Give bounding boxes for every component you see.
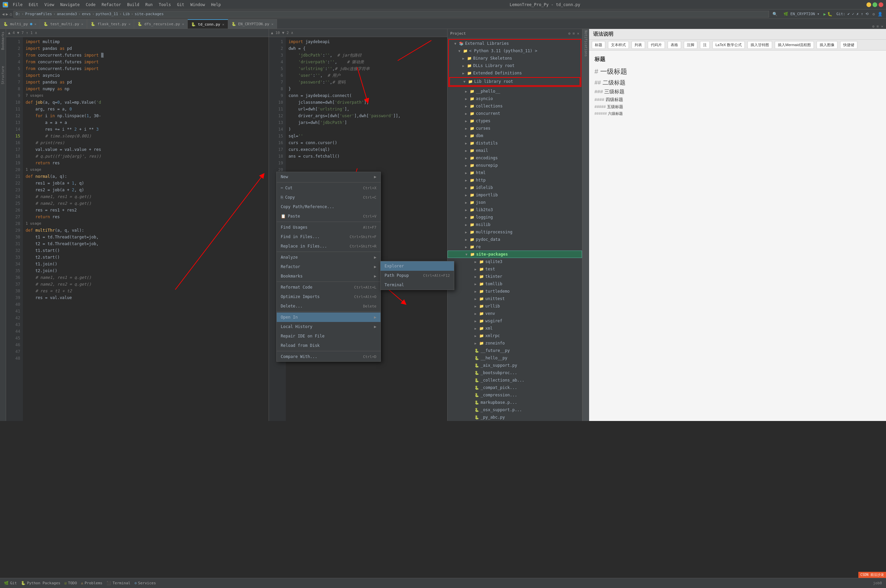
md-btn-title[interactable]: 标题 [592,41,605,49]
tab-close-multi-py[interactable]: ✕ [35,22,36,26]
tab-flask-test[interactable]: 🐍 flask_test.py ✕ [87,19,134,28]
tree-item-hello-py[interactable]: 🐍__hello__py [448,354,582,362]
tree-item-xml[interactable]: ▶📁xml [448,325,582,332]
tree-item-tkinter[interactable]: ▶📁tkinter [448,273,582,280]
ctx-cut[interactable]: ✂Cut Ctrl+X [277,183,381,193]
md-btn-footnote[interactable]: 注脚 [684,41,697,49]
ctx-find-in-files[interactable]: Find in Files... Ctrl+Shift+F [277,232,381,242]
tree-item-test[interactable]: ▶📁test [448,266,582,273]
ctx-find-usages[interactable]: Find Usages Alt+F7 [277,223,381,232]
tree-item-importlib[interactable]: ▶📁importlib [448,191,582,199]
tree-item-unittest[interactable]: ▶📁unittest [448,295,582,302]
ctx-copy-path[interactable]: Copy Path/Reference... [277,202,381,212]
tree-item-wsgiref[interactable]: ▶📁wsgiref [448,317,582,325]
tree-item-markupbase[interactable]: 🐍markupbase.p... [448,399,582,406]
services-bar[interactable]: ⚙ Services [134,581,156,585]
menu-navigate[interactable]: Navigate [58,2,83,8]
tree-item-site-packages[interactable]: ▼📁site-packages [448,250,582,258]
menu-window[interactable]: Window [188,2,208,8]
tree-item-json[interactable]: ▶📁json [448,199,582,206]
menu-edit[interactable]: Edit [26,2,41,8]
notifications-label[interactable]: Notifications [584,30,588,57]
tree-item-lib-root[interactable]: ▼ 📁 Lib library root [450,78,580,85]
md-btn-code[interactable]: 代码片 [648,41,665,49]
tab-close-dfs-recursive[interactable]: ✕ [182,22,184,26]
todo-bar[interactable]: ☑ TODO [65,581,77,585]
md-btn-note[interactable]: 注 [700,41,710,49]
tree-item-http[interactable]: ▶📁http [448,177,582,184]
tree-item-bootsubproc[interactable]: 🐍_bootsubproc... [448,369,582,376]
tree-item-asyncio[interactable]: ▶📁asyncio [448,95,582,102]
tree-item-html[interactable]: ▶📁html [448,169,582,177]
tree-item-osx-support[interactable]: 🐍_osx_support.p... [448,406,582,414]
tree-item-py-abc[interactable]: 🐍_py_abc.py [448,414,582,421]
bookmarks-label[interactable]: Bookmarks [1,30,5,51]
menu-file[interactable]: File [10,2,25,8]
tab-close-test-multi[interactable]: ✕ [81,22,83,26]
git-status-bar[interactable]: 🌿 Git [4,581,17,585]
md-btn-list[interactable]: 列表 [632,41,645,49]
tree-item-urllib[interactable]: ▶📁urllib [448,302,582,310]
tree-item-multiprocessing[interactable]: ▶📁multiprocessing [448,228,582,236]
left-code-area[interactable]: 12345 678910 11121314 151617 1819202122 … [6,37,269,421]
tree-item-dbm[interactable]: ▶📁dbm [448,132,582,140]
ctx-copy[interactable]: ⎘Copy Ctrl+C [277,193,381,202]
path-bar[interactable]: D: › ProgramFiles › anaconda3 › envs › p… [14,11,769,18]
md-btn-table[interactable]: 表格 [668,41,681,49]
md-btn-image[interactable]: 插入图像 [817,41,838,49]
tree-item-compression[interactable]: 🐍_compression... [448,392,582,399]
tree-item-msilib[interactable]: ▶📁msilib [448,221,582,228]
menu-git[interactable]: Git [174,2,187,8]
tree-item-xmlrpc[interactable]: ▶📁xmlrpc [448,332,582,339]
tab-close-en-cryption[interactable]: ✕ [271,22,273,26]
nav-search[interactable]: 🔍 [770,11,779,17]
tree-item-zoneinfo[interactable]: ▶📁zoneinfo [448,339,582,347]
python-packages-bar[interactable]: 🐍 Python Packages [21,581,60,585]
file-tree[interactable]: ▼ 📚 External Libraries ▼ 📁 < Python 3.11… [448,38,582,421]
menu-code[interactable]: Code [83,2,98,8]
tree-item-curses[interactable]: ▶📁curses [448,124,582,132]
tree-item-idlelib[interactable]: ▶📁idlelib [448,184,582,191]
ctx-new[interactable]: New ▶ [277,172,381,182]
ctx-delete[interactable]: Delete... Delete [277,302,381,311]
panel-controls[interactable]: ⚙ ≡ ✕ [872,24,883,28]
ctx-bookmarks[interactable]: Bookmarks ▶ [277,272,381,281]
tree-item-email[interactable]: ▶📁email [448,147,582,154]
run-button[interactable]: ▶ [823,12,826,16]
tree-item-binary-skeletons[interactable]: ▶ 📁 Binary Skeletons [449,54,581,62]
nav-profile[interactable]: 👤 [876,12,884,16]
ctx-paste[interactable]: 📋Paste Ctrl+V [277,212,381,221]
nav-forward[interactable]: ▶ [6,12,8,16]
tab-en-cryption[interactable]: 🐍 EN_CRYPTION.py ✕ [228,19,277,28]
ctx-local-history[interactable]: Local History ▶ [277,322,381,332]
md-btn-gantt[interactable]: 插入甘特图 [748,41,772,49]
problems-bar[interactable]: ⚠ Problems [81,581,102,585]
md-btn-latex[interactable]: LaTeX 数学公式 [712,41,745,49]
tree-item-turtledemo[interactable]: ▶📁turtledemo [448,288,582,295]
tree-item-aix-support[interactable]: 🐍_aix_support.py [448,362,582,369]
minimize-button[interactable] [866,2,871,7]
tab-close-flask-test[interactable]: ✕ [128,22,131,26]
ctx-compare-with[interactable]: Compare With... Ctrl+D [277,352,381,362]
tree-item-logging[interactable]: ▶📁logging [448,213,582,221]
tree-item-phello[interactable]: ▶📁__phello__ [448,87,582,95]
menu-build[interactable]: Build [124,2,142,8]
ctx-reformat-code[interactable]: Reformat Code Ctrl+Alt+L [277,282,381,292]
structure-label[interactable]: Structure [1,64,5,86]
tree-item-venv[interactable]: ▶📁venv [448,310,582,317]
tree-item-future-py[interactable]: 🐍__future__py [448,347,582,354]
tab-test-multi[interactable]: 🐍 test_multi.py ✕ [40,19,87,28]
left-code-content[interactable]: import multimp import pandas as pd from … [23,37,269,421]
ctx-optimize-imports[interactable]: Optimize Imports Ctrl+Alt+O [277,292,381,302]
submenu-explorer[interactable]: Explorer [381,261,454,271]
ctx-repair-ide[interactable]: Repair IDE on File [277,332,381,341]
submenu-terminal[interactable]: Terminal [381,280,454,290]
tree-item-distutils[interactable]: ▶📁distutils [448,140,582,147]
tree-item-collections-ab[interactable]: 🐍_collections_ab... [448,376,582,384]
tree-item-encodings[interactable]: ▶📁encodings [448,154,582,162]
menu-tools[interactable]: Tools [156,2,174,8]
submenu-path-popup[interactable]: Path Popup Ctrl+Alt+F12 [381,271,454,280]
close-button[interactable] [878,2,883,7]
md-btn-mermaid[interactable]: 插入Mermaid流程图 [775,41,814,49]
tab-dfs-recursive[interactable]: 🐍 dfs_recursive.py ✕ [134,19,188,28]
